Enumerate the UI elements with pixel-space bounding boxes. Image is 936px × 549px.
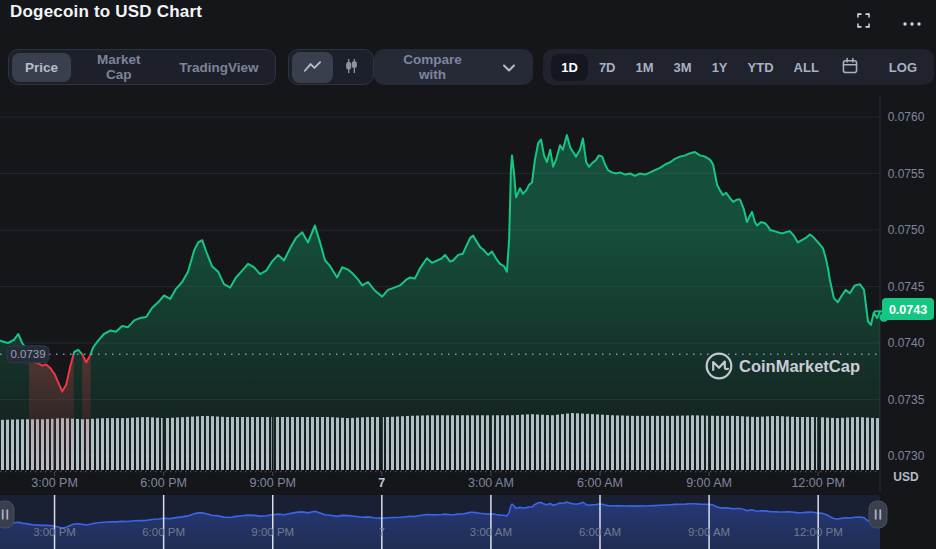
chart-toolbar: Price Market Cap TradingView C <box>8 48 934 86</box>
dogecoin-usd-chart-widget: Dogecoin to USD Chart Price Market Cap T… <box>0 0 936 549</box>
range-3m[interactable]: 3M <box>665 54 701 81</box>
range-1m[interactable]: 1M <box>627 54 663 81</box>
range-1d[interactable]: 1D <box>551 54 588 81</box>
tab-tradingview[interactable]: TradingView <box>166 53 271 82</box>
candlestick-toggle[interactable] <box>333 51 370 84</box>
tab-market-cap[interactable]: Market Cap <box>71 45 166 89</box>
price-chart[interactable]: 0.0739 0.07600.07550.07500.07450.07400.0… <box>0 95 936 549</box>
prev-close-label: 0.0739 <box>7 346 49 363</box>
svg-text:0.0730: 0.0730 <box>888 449 925 463</box>
chart-header: Dogecoin to USD Chart <box>0 0 936 46</box>
svg-text:3:00 AM: 3:00 AM <box>468 476 514 490</box>
compare-with-button[interactable]: Compare with <box>374 49 534 85</box>
svg-text:7: 7 <box>379 526 385 538</box>
chart-type-tabs: Price Market Cap TradingView <box>8 49 276 85</box>
svg-text:6:00 AM: 6:00 AM <box>579 526 621 538</box>
fullscreen-icon <box>855 12 872 32</box>
svg-text:0.0745: 0.0745 <box>888 280 925 294</box>
custom-date-range-button[interactable] <box>834 51 866 84</box>
line-chart-icon <box>303 59 322 76</box>
range-1y[interactable]: 1Y <box>703 54 737 81</box>
svg-text:0.0739: 0.0739 <box>10 348 45 360</box>
page-title: Dogecoin to USD Chart <box>10 2 202 22</box>
svg-text:7: 7 <box>378 476 385 490</box>
fullscreen-button[interactable] <box>853 10 874 34</box>
range-7d[interactable]: 7D <box>590 54 625 81</box>
navigator-left-handle[interactable] <box>0 501 14 528</box>
svg-text:12:00 PM: 12:00 PM <box>791 476 845 490</box>
more-options-button[interactable] <box>900 13 924 32</box>
svg-text:USD: USD <box>893 470 919 484</box>
compare-with-label: Compare with <box>392 52 474 82</box>
calendar-icon <box>841 57 859 78</box>
svg-text:0.0735: 0.0735 <box>888 393 925 407</box>
navigator-right-handle[interactable] <box>869 501 887 528</box>
svg-text:0.0755: 0.0755 <box>888 167 925 181</box>
more-options-icon <box>902 15 922 30</box>
svg-text:9:00 PM: 9:00 PM <box>249 476 296 490</box>
range-ytd[interactable]: YTD <box>739 54 783 81</box>
log-scale-toggle[interactable]: LOG <box>880 54 926 81</box>
chevron-down-icon <box>503 60 515 75</box>
svg-text:0.0760: 0.0760 <box>888 110 925 124</box>
svg-text:0.0750: 0.0750 <box>888 223 925 237</box>
range-all[interactable]: ALL <box>785 54 828 81</box>
svg-text:6:00 PM: 6:00 PM <box>140 476 187 490</box>
chart-style-toggle <box>288 49 374 85</box>
svg-text:6:00 AM: 6:00 AM <box>577 476 623 490</box>
line-chart-toggle[interactable] <box>292 52 333 83</box>
svg-text:9:00 AM: 9:00 AM <box>688 526 730 538</box>
svg-text:9:00 PM: 9:00 PM <box>251 526 294 538</box>
svg-text:6:00 PM: 6:00 PM <box>142 526 185 538</box>
svg-text:3:00 AM: 3:00 AM <box>470 526 512 538</box>
current-price-badge: 0.0743 <box>874 298 934 322</box>
svg-text:9:00 AM: 9:00 AM <box>686 476 732 490</box>
svg-text:12:00 PM: 12:00 PM <box>794 526 843 538</box>
svg-text:0.0743: 0.0743 <box>889 303 927 317</box>
candlestick-icon <box>344 58 359 77</box>
tab-price[interactable]: Price <box>12 53 71 82</box>
time-range-selector: 1D 7D 1M 3M 1Y YTD ALL LOG <box>543 49 934 85</box>
svg-text:0.0740: 0.0740 <box>888 336 925 350</box>
svg-text:3:00 PM: 3:00 PM <box>31 476 78 490</box>
svg-text:CoinMarketCap: CoinMarketCap <box>739 357 860 375</box>
svg-text:3:00 PM: 3:00 PM <box>33 526 76 538</box>
navigator[interactable]: 3:00 PM6:00 PM9:00 PM73:00 AM6:00 AM9:00… <box>0 495 887 549</box>
